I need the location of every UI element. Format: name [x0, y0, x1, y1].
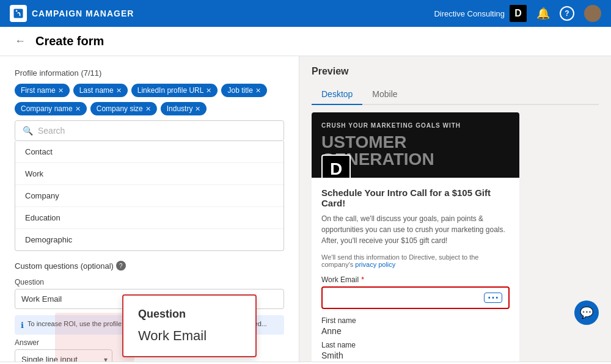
preview-tabs: Desktop Mobile	[312, 84, 599, 105]
search-icon: 🔍	[23, 126, 33, 136]
question-label: Question	[15, 278, 284, 286]
dropdown-item-company[interactable]: Company	[15, 185, 284, 207]
tab-desktop[interactable]: Desktop	[312, 84, 362, 105]
main-layout: Profile information (7/11) First name ✕ …	[0, 56, 611, 362]
profile-info-label: Profile information (7/11)	[15, 68, 284, 78]
ad-preview-card: CRUSH YOUR MARKETING GOALS WITH ustomer …	[312, 112, 519, 362]
ad-work-email-field: Work Email * • • •	[321, 275, 510, 309]
ad-logo-overlay: D	[321, 155, 351, 178]
help-icon[interactable]: ?	[560, 6, 574, 21]
tag-remove-icon[interactable]: ✕	[75, 105, 81, 113]
ad-banner: CRUSH YOUR MARKETING GOALS WITH ustomer …	[312, 112, 519, 178]
info-icon: ℹ	[21, 321, 24, 330]
tag-label: Job title	[227, 86, 252, 95]
tag-remove-icon[interactable]: ✕	[255, 87, 261, 95]
tag-first-name[interactable]: First name ✕	[15, 84, 70, 97]
first-name-value: Anne	[321, 326, 510, 336]
avatar[interactable]	[584, 5, 601, 22]
search-box: 🔍	[15, 120, 284, 141]
ad-privacy: We'll send this information to Directive…	[321, 253, 510, 268]
tag-label: Industry	[167, 104, 193, 113]
company-initial: D	[514, 8, 522, 19]
left-panel: Profile information (7/11) First name ✕ …	[0, 56, 299, 362]
company-logo: D	[510, 5, 527, 22]
tag-company-name[interactable]: Company name ✕	[15, 102, 87, 115]
dropdown-item-work[interactable]: Work	[15, 163, 284, 185]
top-navigation: CAMPAIGN MANAGER Directive Consulting D …	[0, 0, 611, 27]
ad-last-name-field: Last name Smith	[321, 341, 510, 360]
first-name-label: First name	[321, 316, 510, 325]
required-star: *	[361, 275, 364, 284]
page-header: ← Create form	[0, 27, 611, 56]
dropdown-item-contact[interactable]: Contact	[15, 141, 284, 163]
tags-row-2: Company name ✕ Company size ✕ Industry ✕	[15, 102, 284, 115]
dropdown-list: Contact Work Company Education Demograph…	[15, 141, 284, 251]
tab-mobile[interactable]: Mobile	[362, 84, 407, 105]
ad-description: On the call, we'll discuss your goals, p…	[321, 213, 510, 246]
right-panel: Preview Desktop Mobile CRUSH YOUR MARKET…	[299, 56, 611, 362]
question-popup: Question Work Email	[122, 294, 257, 357]
help-icon-small[interactable]: ?	[116, 261, 126, 271]
ad-first-name-field: First name Anne	[321, 316, 510, 336]
tag-job-title[interactable]: Job title ✕	[221, 84, 266, 97]
ad-logo-initial: D	[330, 159, 342, 178]
last-name-value: Smith	[321, 351, 510, 360]
popup-value: Work Email	[138, 328, 241, 344]
tag-label: First name	[21, 86, 56, 95]
tag-remove-icon[interactable]: ✕	[116, 87, 122, 95]
custom-questions-label: Custom questions (optional)	[15, 261, 114, 271]
preview-title: Preview	[312, 66, 599, 77]
work-email-input[interactable]: • • •	[321, 286, 510, 309]
ad-privacy-text: We'll send this information to Directive…	[321, 253, 478, 268]
nav-right: Directive Consulting D 🔔 ?	[434, 5, 601, 22]
notifications-icon[interactable]: 🔔	[536, 7, 550, 20]
privacy-link[interactable]: privacy policy	[355, 261, 395, 268]
tag-label: Company size	[97, 104, 143, 113]
company-name: Directive Consulting	[434, 9, 505, 18]
tag-label: Last name	[79, 86, 114, 95]
ad-eyebrow: CRUSH YOUR MARKETING GOALS WITH	[321, 122, 510, 129]
ad-form-section: Schedule Your Intro Call for a $105 Gift…	[312, 178, 519, 362]
back-button[interactable]: ←	[15, 35, 26, 48]
work-email-label-text: Work Email	[321, 275, 359, 284]
tag-remove-icon[interactable]: ✕	[145, 105, 151, 113]
page-footer: By clicking "Agree & Create", you agree …	[0, 362, 611, 364]
tag-label: LinkedIn profile URL	[137, 86, 204, 95]
tag-remove-icon[interactable]: ✕	[195, 105, 200, 113]
nav-left: CAMPAIGN MANAGER	[10, 5, 134, 22]
tag-industry[interactable]: Industry ✕	[161, 102, 207, 115]
dropdown-item-education[interactable]: Education	[15, 207, 284, 229]
tag-last-name[interactable]: Last name ✕	[73, 84, 128, 97]
tag-linkedin-url[interactable]: LinkedIn profile URL ✕	[131, 84, 218, 97]
page-title: Create form	[35, 34, 104, 48]
popup-title: Question	[138, 308, 241, 321]
dropdown-item-demographic[interactable]: Demographic	[15, 229, 284, 250]
tag-company-size[interactable]: Company size ✕	[90, 102, 157, 115]
chat-fab[interactable]: 💬	[574, 300, 599, 325]
tag-label: Company name	[21, 104, 73, 113]
tag-remove-icon[interactable]: ✕	[206, 87, 211, 95]
custom-questions-title: Custom questions (optional) ?	[15, 261, 284, 271]
tags-row-1: First name ✕ Last name ✕ LinkedIn profil…	[15, 84, 284, 97]
company-selector[interactable]: Directive Consulting D	[434, 5, 527, 22]
linkedin-logo	[10, 5, 27, 22]
app-title: CAMPAIGN MANAGER	[32, 9, 134, 18]
ad-headline: Schedule Your Intro Call for a $105 Gift…	[321, 187, 510, 208]
tag-remove-icon[interactable]: ✕	[58, 87, 64, 95]
last-name-label: Last name	[321, 341, 510, 349]
ad-work-email-label: Work Email *	[321, 275, 510, 284]
search-input[interactable]	[38, 126, 276, 136]
field-dots-icon: • • •	[484, 293, 502, 303]
